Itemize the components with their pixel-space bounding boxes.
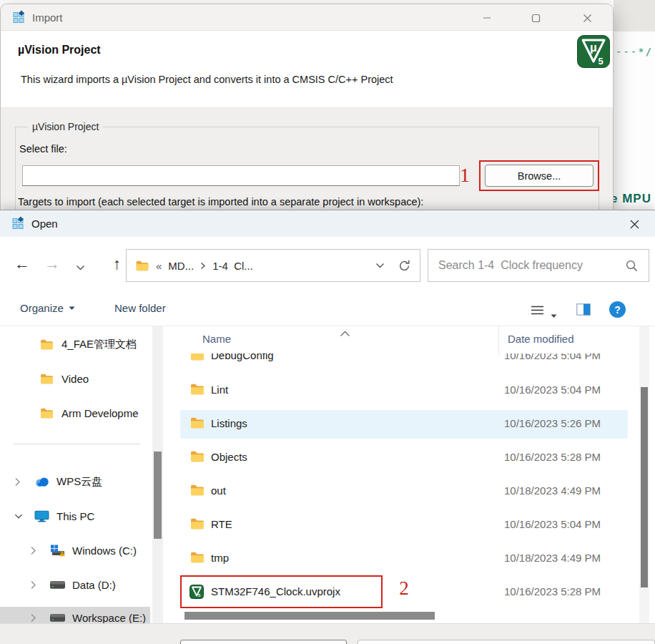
tree-scrollbar-track (152, 326, 163, 623)
cloud-icon (34, 477, 50, 487)
code-fragment-mpu: e MPU (611, 192, 651, 206)
tree-item[interactable]: 4_FAE管理文档 (0, 333, 150, 355)
folder-icon (189, 450, 205, 464)
open-dialog: Open ← → ↑ « MD... 1-4 Cl... (0, 210, 655, 644)
up-icon[interactable]: ↑ (113, 255, 121, 273)
file-name-input[interactable] (180, 640, 347, 644)
window-title: Open (31, 210, 58, 237)
organize-caret-icon (69, 306, 75, 311)
minimize-icon[interactable] (474, 9, 500, 26)
file-row[interactable]: Objects 10/16/2023 5:28 PM (169, 444, 655, 472)
wizard-description: This wizard imports a µVision Project an… (21, 74, 393, 85)
chevron-right-icon[interactable] (14, 477, 23, 487)
column-header-name[interactable]: Name (202, 333, 231, 345)
this-pc-icon (34, 510, 50, 522)
open-app-icon (11, 216, 26, 230)
dialog-footer (0, 623, 655, 644)
list-header: Name Date modified (169, 326, 655, 353)
window-title: Import (32, 4, 63, 31)
folder-icon (39, 338, 55, 351)
column-header-date-modified[interactable]: Date modified (508, 333, 574, 345)
forward-icon[interactable]: → (44, 255, 60, 273)
back-icon[interactable]: ← (14, 255, 30, 273)
drive-icon (50, 613, 66, 623)
tree-item-label: Windows (C:) (72, 545, 137, 557)
tree-item[interactable]: Windows (C:) (0, 540, 150, 561)
file-date: 10/16/2023 5:04 PM (504, 384, 601, 396)
address-folder-icon (135, 260, 149, 272)
folder-icon (189, 551, 205, 565)
tree-item[interactable]: Data (D:) (0, 574, 150, 595)
wizard-heading: µVision Project (18, 44, 101, 57)
annotation-number-2: 2 (396, 577, 412, 598)
file-date: 10/16/2023 5:28 PM (504, 585, 601, 597)
navigation-bar: ← → ↑ « MD... 1-4 Cl... (0, 237, 655, 294)
list-view-icon[interactable] (531, 305, 544, 318)
list-vertical-scrollbar-thumb[interactable] (641, 387, 648, 587)
close-icon[interactable] (574, 9, 600, 26)
windows-drive-icon (50, 545, 66, 557)
file-row[interactable]: out 10/18/2023 4:49 PM (169, 477, 655, 506)
file-date: 10/18/2023 4:49 PM (504, 484, 601, 497)
file-row-highlighted[interactable]: Listings 10/16/2023 5:26 PM (169, 410, 655, 439)
chevron-right-icon[interactable] (30, 546, 39, 555)
breadcrumb-overflow[interactable]: « (156, 260, 162, 272)
tree-item[interactable]: WPS云盘 (0, 471, 150, 492)
code-fragment-top: ---*/ (616, 46, 653, 57)
tree-item[interactable]: This PC (0, 505, 150, 527)
folder-icon (189, 484, 205, 498)
file-name: RTE (211, 518, 232, 530)
file-list: DebugConfig 10/16/2023 5:04 PM Lint 10/1… (169, 326, 655, 623)
maximize-icon[interactable] (523, 9, 548, 26)
wizard-header: µVision Project This wizard imports a µV… (1, 31, 613, 108)
search-input[interactable] (430, 251, 619, 280)
folder-icon (189, 416, 205, 431)
browse-button[interactable]: Browse... (485, 165, 594, 187)
refresh-icon[interactable] (398, 259, 411, 273)
targets-to-import-label: Targets to import (each selected target … (18, 196, 423, 208)
preview-pane-icon[interactable] (576, 303, 591, 318)
import-app-icon (12, 10, 26, 24)
file-name: out (211, 484, 226, 497)
file-date: 10/16/2023 5:04 PM (504, 518, 601, 530)
file-path-input[interactable] (22, 165, 460, 186)
folder-tree: 4_FAE管理文档 Video Arm Developme WPS云盘 (0, 326, 150, 623)
organize-menu[interactable]: Organize (20, 302, 75, 314)
folder-icon (189, 383, 205, 397)
tree-scrollbar-thumb[interactable] (154, 452, 162, 539)
new-folder-button[interactable]: New folder (114, 302, 166, 314)
tree-item[interactable]: Arm Developme (0, 402, 150, 424)
search-box (428, 249, 649, 282)
file-name: Lint (211, 384, 228, 396)
tree-item[interactable]: Video (0, 368, 150, 389)
organize-label: Organize (20, 302, 64, 314)
file-row[interactable]: Lint 10/16/2023 5:04 PM (169, 376, 655, 405)
recent-locations-chevron-icon[interactable] (76, 261, 85, 274)
file-row[interactable]: RTE 10/16/2023 5:04 PM (169, 511, 655, 540)
chevron-right-icon[interactable] (30, 613, 39, 623)
svg-text:µ: µ (590, 41, 597, 54)
screen: ---*/ e MPU Import µVision Project This … (0, 0, 655, 644)
file-row[interactable]: tmp 10/18/2023 4:49 PM (169, 545, 655, 573)
close-icon[interactable] (624, 215, 645, 233)
chevron-down-icon[interactable] (14, 513, 23, 519)
breadcrumb-current[interactable]: 1-4 Cl... (212, 260, 253, 272)
help-button[interactable]: ? (609, 301, 626, 318)
column-divider[interactable] (498, 326, 499, 355)
view-options-caret-icon[interactable] (551, 308, 557, 321)
file-type-select[interactable] (358, 640, 655, 644)
annotation-number-1: 1 (455, 165, 474, 186)
tree-item-label: 4_FAE管理文档 (61, 338, 137, 351)
drive-icon (50, 580, 66, 590)
select-file-label: Select file: (19, 143, 67, 155)
address-bar[interactable]: « MD... 1-4 Cl... (126, 249, 420, 282)
breadcrumb-parent[interactable]: MD... (168, 260, 194, 272)
command-bar: Organize New folder ? (0, 294, 655, 326)
chevron-right-icon[interactable] (30, 580, 39, 590)
address-dropdown-chevron-icon[interactable] (375, 263, 385, 269)
list-horizontal-scrollbar-thumb[interactable] (184, 612, 435, 620)
folder-icon (39, 407, 55, 419)
file-date: 10/16/2023 5:26 PM (504, 417, 601, 429)
annotation-box-2 (180, 575, 383, 608)
tree-item-selected[interactable]: Workspace (E:) (0, 607, 150, 623)
